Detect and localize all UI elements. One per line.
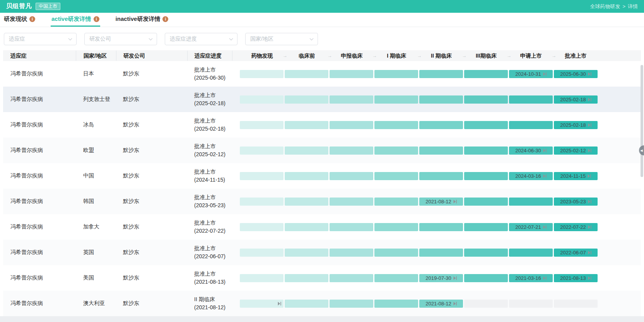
milestone-play-icon — [588, 174, 591, 178]
stage-milestone-segment[interactable]: 2019-07-30 — [419, 274, 463, 282]
stage-segment — [374, 274, 418, 282]
stage-milestone-segment[interactable]: 2023-05-23 — [554, 198, 598, 206]
progress-date: (2025-02-18) — [194, 99, 232, 107]
cell-company: 默沙东 — [116, 172, 187, 179]
stage-milestone-segment[interactable]: 2025-06-30 — [554, 70, 598, 78]
cell-indication: 冯希普尔疾病 — [3, 172, 76, 179]
stage-milestone-segment[interactable]: 2025-02-18 — [554, 121, 598, 129]
table-row[interactable]: 冯希普尔疾病列支敦士登默沙东批准上市(2025-02-18)2025-02-18 — [3, 87, 641, 112]
table-row[interactable]: 冯希普尔疾病韩国默沙东批准上市(2023-05-23)2021-08-12202… — [3, 189, 641, 214]
stage-milestone-segment[interactable]: 2021-08-13 — [554, 274, 598, 282]
cell-progress: 批准上市(2022-06-07) — [187, 244, 232, 261]
milestone-date: 2022-06-07 — [560, 250, 586, 256]
cell-indication: 冯希普尔疾病 — [3, 96, 76, 103]
filter-company-select[interactable]: 研发公司 — [84, 33, 157, 45]
tab-label: active研发详情 — [51, 15, 91, 23]
stage-segment — [240, 249, 284, 257]
stage-milestone-segment[interactable]: 2022-07-21 — [509, 223, 553, 231]
stage-grid: 2022-06-07 — [240, 249, 598, 257]
stage-segment — [240, 70, 284, 78]
progress-status: 批准上市 — [194, 193, 232, 201]
milestone-date: 2025-06-30 — [560, 71, 586, 77]
table-row[interactable]: 冯希普尔疾病冰岛默沙东批准上市(2025-02-18)2025-02-18 — [3, 112, 641, 138]
table-row[interactable]: 冯希普尔疾病加拿大默沙东批准上市(2022-07-22)2022-07-2120… — [3, 214, 641, 240]
info-icon[interactable]: i — [94, 16, 99, 22]
stage-segment — [464, 147, 508, 155]
horizontal-scrollbar-track[interactable] — [0, 316, 644, 322]
stage-milestone-segment[interactable]: 2022-07-22 — [554, 223, 598, 231]
progress-date: (2022-07-22) — [194, 227, 232, 235]
stage-label: III期临床 — [476, 51, 497, 61]
stage-milestone-segment[interactable]: 2024-03-16 — [509, 172, 553, 180]
stage-grid: 2019-07-302021-03-162021-08-13 — [240, 274, 598, 282]
cell-region: 冰岛 — [76, 121, 116, 128]
table-row[interactable]: 冯希普尔疾病中国默沙东批准上市(2024-11-15)2024-03-16202… — [3, 163, 641, 189]
cell-region: 日本 — [76, 70, 116, 77]
tab-label: inactive研发详情 — [116, 15, 161, 23]
stage-milestone-segment[interactable]: 2021-08-12 — [419, 300, 463, 308]
stage-segment — [240, 198, 284, 206]
stage-milestone-segment[interactable]: 2024-06-30 — [509, 147, 553, 155]
stage-milestone-segment[interactable]: 2021-03-16 — [509, 274, 553, 282]
progress-date: (2021-08-12) — [194, 303, 232, 312]
stage-segment — [419, 249, 463, 257]
filter-region-select[interactable]: 国家/地区 — [245, 33, 318, 45]
tab-inactive-rd-details[interactable]: inactive研发详情 i — [115, 13, 169, 27]
tab-rd-status[interactable]: 研发现状 i — [3, 13, 36, 27]
stage-milestone-segment[interactable]: 2021-08-12 — [419, 198, 463, 206]
progress-status: 批准上市 — [194, 244, 232, 252]
milestone-date: 2025-02-12 — [560, 148, 586, 153]
progress-date: (2021-08-13) — [194, 278, 232, 286]
stage-segment — [509, 121, 553, 129]
table-row[interactable]: 冯希普尔疾病美国默沙东批准上市(2021-08-13)2019-07-30202… — [3, 265, 641, 291]
cell-region: 澳大利亚 — [76, 300, 116, 307]
table-row[interactable]: 冯希普尔疾病澳大利亚默沙东II 期临床(2021-08-12)2021-08-1… — [3, 291, 641, 316]
arrow-left-icon: ◀ — [640, 149, 642, 152]
stage-segment — [330, 147, 373, 155]
stage-milestone-segment[interactable]: 2025-02-18 — [554, 95, 598, 104]
filter-progress-select[interactable]: 适应症进度 — [165, 33, 237, 45]
info-icon[interactable]: i — [162, 16, 168, 22]
stage-label: 申报临床 — [341, 51, 362, 61]
stage-segment — [509, 95, 553, 104]
stage-milestone-segment[interactable]: 2024-11-15 — [554, 172, 598, 180]
milestone-play-icon — [588, 250, 591, 255]
vertical-scrollbar-thumb[interactable] — [641, 65, 643, 177]
filter-indication-select[interactable]: 适应症 — [4, 33, 77, 45]
cell-company: 默沙东 — [116, 96, 187, 103]
tab-label: 研发现状 — [4, 15, 27, 23]
tab-active-rd-details[interactable]: active研发详情 i — [51, 13, 100, 27]
drug-title: 贝组替凡 — [6, 2, 32, 10]
stage-segment — [285, 249, 328, 257]
stage-milestone-segment[interactable]: 2025-02-12 — [554, 147, 598, 155]
progress-status: 批准上市 — [194, 91, 232, 99]
stage-segment[interactable] — [240, 300, 284, 308]
filter-bar: 适应症 研发公司 适应症进度 国家/地区 — [0, 27, 644, 50]
milestone-play-icon — [543, 72, 547, 76]
stage-milestone-segment[interactable]: 2022-06-07 — [554, 249, 598, 257]
stage-segment — [374, 147, 418, 155]
milestone-play-icon — [543, 225, 547, 229]
cell-progress: 批准上市(2023-05-23) — [187, 193, 232, 210]
stage-bars: 2022-07-212022-07-22 — [232, 223, 641, 231]
progress-status: 批准上市 — [194, 219, 232, 227]
table-row[interactable]: 冯希普尔疾病日本默沙东批准上市(2025-06-30)2024-10-31202… — [3, 61, 641, 87]
milestone-date: 2019-07-30 — [425, 275, 451, 281]
stage-segment — [285, 121, 328, 129]
table-row[interactable]: 冯希普尔疾病欧盟默沙东批准上市(2025-02-12)2024-06-30202… — [3, 138, 641, 163]
stage-label: I 期临床 — [387, 51, 406, 61]
milestone-date: 2022-07-21 — [515, 224, 541, 230]
table-row[interactable]: 冯希普尔疾病英国默沙东批准上市(2022-06-07)2022-06-07 — [3, 240, 641, 265]
stage-milestone-segment[interactable]: 2024-10-31 — [509, 70, 553, 78]
progress-status: 批准上市 — [194, 142, 232, 150]
info-icon[interactable]: i — [29, 16, 35, 22]
column-header-company: 研发公司 — [116, 51, 187, 61]
progress-status: 批准上市 — [194, 270, 232, 278]
milestone-play-icon — [588, 97, 591, 102]
cell-company: 默沙东 — [116, 223, 187, 230]
stage-bars: 2019-07-302021-03-162021-08-13 — [232, 274, 641, 282]
select-placeholder: 研发公司 — [89, 36, 111, 43]
breadcrumb-parent-link[interactable]: 全球药物研发 — [590, 3, 620, 10]
stage-segment — [330, 95, 373, 104]
stage-segment — [240, 274, 284, 282]
